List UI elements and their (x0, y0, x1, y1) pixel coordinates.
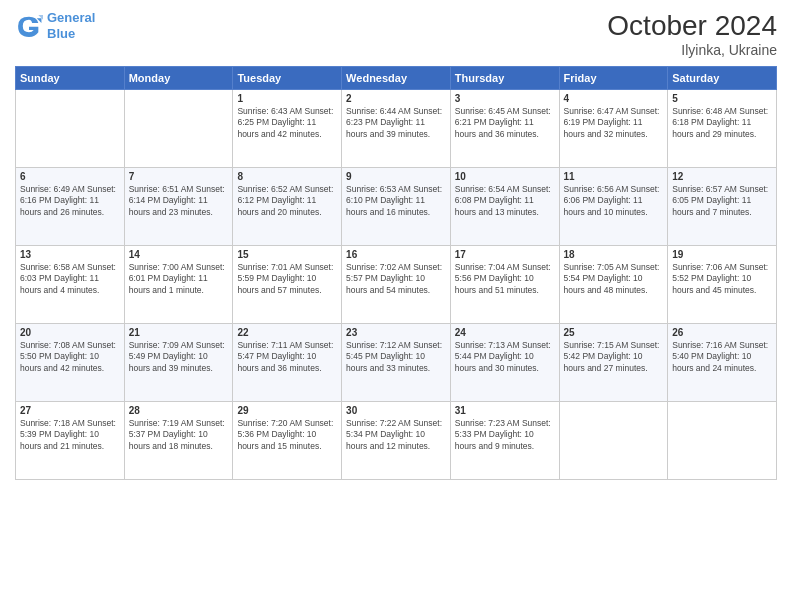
col-thursday: Thursday (450, 67, 559, 90)
logo-icon (15, 12, 43, 40)
table-row: 26Sunrise: 7:16 AM Sunset: 5:40 PM Dayli… (668, 324, 777, 402)
table-row: 14Sunrise: 7:00 AM Sunset: 6:01 PM Dayli… (124, 246, 233, 324)
table-row: 20Sunrise: 7:08 AM Sunset: 5:50 PM Dayli… (16, 324, 125, 402)
day-info: Sunrise: 6:53 AM Sunset: 6:10 PM Dayligh… (346, 184, 446, 218)
table-row: 4Sunrise: 6:47 AM Sunset: 6:19 PM Daylig… (559, 90, 668, 168)
day-info: Sunrise: 7:12 AM Sunset: 5:45 PM Dayligh… (346, 340, 446, 374)
day-number: 24 (455, 327, 555, 338)
day-info: Sunrise: 6:51 AM Sunset: 6:14 PM Dayligh… (129, 184, 229, 218)
table-row: 28Sunrise: 7:19 AM Sunset: 5:37 PM Dayli… (124, 402, 233, 480)
table-row: 21Sunrise: 7:09 AM Sunset: 5:49 PM Dayli… (124, 324, 233, 402)
day-number: 6 (20, 171, 120, 182)
day-number: 27 (20, 405, 120, 416)
day-number: 8 (237, 171, 337, 182)
table-row (16, 90, 125, 168)
table-row: 30Sunrise: 7:22 AM Sunset: 5:34 PM Dayli… (342, 402, 451, 480)
table-row: 6Sunrise: 6:49 AM Sunset: 6:16 PM Daylig… (16, 168, 125, 246)
col-monday: Monday (124, 67, 233, 90)
day-number: 2 (346, 93, 446, 104)
day-number: 31 (455, 405, 555, 416)
table-row: 22Sunrise: 7:11 AM Sunset: 5:47 PM Dayli… (233, 324, 342, 402)
day-number: 14 (129, 249, 229, 260)
table-row: 31Sunrise: 7:23 AM Sunset: 5:33 PM Dayli… (450, 402, 559, 480)
day-info: Sunrise: 7:18 AM Sunset: 5:39 PM Dayligh… (20, 418, 120, 452)
day-number: 26 (672, 327, 772, 338)
day-number: 11 (564, 171, 664, 182)
day-number: 25 (564, 327, 664, 338)
day-info: Sunrise: 7:16 AM Sunset: 5:40 PM Dayligh… (672, 340, 772, 374)
col-sunday: Sunday (16, 67, 125, 90)
table-row: 19Sunrise: 7:06 AM Sunset: 5:52 PM Dayli… (668, 246, 777, 324)
table-row: 29Sunrise: 7:20 AM Sunset: 5:36 PM Dayli… (233, 402, 342, 480)
month-title: October 2024 (607, 10, 777, 42)
day-info: Sunrise: 6:47 AM Sunset: 6:19 PM Dayligh… (564, 106, 664, 140)
day-number: 4 (564, 93, 664, 104)
table-row (668, 402, 777, 480)
logo-text: General Blue (47, 10, 95, 41)
day-info: Sunrise: 7:13 AM Sunset: 5:44 PM Dayligh… (455, 340, 555, 374)
day-info: Sunrise: 6:44 AM Sunset: 6:23 PM Dayligh… (346, 106, 446, 140)
header: General Blue October 2024 Ilyinka, Ukrai… (15, 10, 777, 58)
table-row: 10Sunrise: 6:54 AM Sunset: 6:08 PM Dayli… (450, 168, 559, 246)
col-tuesday: Tuesday (233, 67, 342, 90)
day-number: 10 (455, 171, 555, 182)
day-info: Sunrise: 7:15 AM Sunset: 5:42 PM Dayligh… (564, 340, 664, 374)
day-number: 29 (237, 405, 337, 416)
location: Ilyinka, Ukraine (607, 42, 777, 58)
day-number: 16 (346, 249, 446, 260)
day-number: 18 (564, 249, 664, 260)
day-number: 1 (237, 93, 337, 104)
logo-line1: General (47, 10, 95, 25)
day-number: 12 (672, 171, 772, 182)
week-row-2: 6Sunrise: 6:49 AM Sunset: 6:16 PM Daylig… (16, 168, 777, 246)
day-info: Sunrise: 7:01 AM Sunset: 5:59 PM Dayligh… (237, 262, 337, 296)
day-info: Sunrise: 7:05 AM Sunset: 5:54 PM Dayligh… (564, 262, 664, 296)
table-row: 12Sunrise: 6:57 AM Sunset: 6:05 PM Dayli… (668, 168, 777, 246)
day-info: Sunrise: 6:52 AM Sunset: 6:12 PM Dayligh… (237, 184, 337, 218)
day-info: Sunrise: 6:45 AM Sunset: 6:21 PM Dayligh… (455, 106, 555, 140)
day-number: 9 (346, 171, 446, 182)
day-number: 5 (672, 93, 772, 104)
header-row: Sunday Monday Tuesday Wednesday Thursday… (16, 67, 777, 90)
day-info: Sunrise: 6:54 AM Sunset: 6:08 PM Dayligh… (455, 184, 555, 218)
week-row-1: 1Sunrise: 6:43 AM Sunset: 6:25 PM Daylig… (16, 90, 777, 168)
week-row-5: 27Sunrise: 7:18 AM Sunset: 5:39 PM Dayli… (16, 402, 777, 480)
table-row: 18Sunrise: 7:05 AM Sunset: 5:54 PM Dayli… (559, 246, 668, 324)
day-number: 7 (129, 171, 229, 182)
day-number: 19 (672, 249, 772, 260)
day-number: 13 (20, 249, 120, 260)
day-info: Sunrise: 7:23 AM Sunset: 5:33 PM Dayligh… (455, 418, 555, 452)
week-row-4: 20Sunrise: 7:08 AM Sunset: 5:50 PM Dayli… (16, 324, 777, 402)
table-row (124, 90, 233, 168)
col-wednesday: Wednesday (342, 67, 451, 90)
table-row: 2Sunrise: 6:44 AM Sunset: 6:23 PM Daylig… (342, 90, 451, 168)
table-row: 1Sunrise: 6:43 AM Sunset: 6:25 PM Daylig… (233, 90, 342, 168)
day-info: Sunrise: 6:43 AM Sunset: 6:25 PM Dayligh… (237, 106, 337, 140)
day-info: Sunrise: 6:49 AM Sunset: 6:16 PM Dayligh… (20, 184, 120, 218)
table-row: 15Sunrise: 7:01 AM Sunset: 5:59 PM Dayli… (233, 246, 342, 324)
table-row: 23Sunrise: 7:12 AM Sunset: 5:45 PM Dayli… (342, 324, 451, 402)
day-number: 28 (129, 405, 229, 416)
col-friday: Friday (559, 67, 668, 90)
day-info: Sunrise: 7:22 AM Sunset: 5:34 PM Dayligh… (346, 418, 446, 452)
day-number: 20 (20, 327, 120, 338)
page: General Blue October 2024 Ilyinka, Ukrai… (0, 0, 792, 612)
day-info: Sunrise: 7:04 AM Sunset: 5:56 PM Dayligh… (455, 262, 555, 296)
table-row: 16Sunrise: 7:02 AM Sunset: 5:57 PM Dayli… (342, 246, 451, 324)
table-row: 8Sunrise: 6:52 AM Sunset: 6:12 PM Daylig… (233, 168, 342, 246)
day-number: 21 (129, 327, 229, 338)
table-row: 24Sunrise: 7:13 AM Sunset: 5:44 PM Dayli… (450, 324, 559, 402)
logo: General Blue (15, 10, 95, 41)
calendar-table: Sunday Monday Tuesday Wednesday Thursday… (15, 66, 777, 480)
day-info: Sunrise: 7:00 AM Sunset: 6:01 PM Dayligh… (129, 262, 229, 296)
day-number: 23 (346, 327, 446, 338)
day-info: Sunrise: 6:48 AM Sunset: 6:18 PM Dayligh… (672, 106, 772, 140)
day-info: Sunrise: 7:08 AM Sunset: 5:50 PM Dayligh… (20, 340, 120, 374)
day-info: Sunrise: 6:56 AM Sunset: 6:06 PM Dayligh… (564, 184, 664, 218)
col-saturday: Saturday (668, 67, 777, 90)
table-row: 17Sunrise: 7:04 AM Sunset: 5:56 PM Dayli… (450, 246, 559, 324)
table-row: 7Sunrise: 6:51 AM Sunset: 6:14 PM Daylig… (124, 168, 233, 246)
table-row: 9Sunrise: 6:53 AM Sunset: 6:10 PM Daylig… (342, 168, 451, 246)
title-block: October 2024 Ilyinka, Ukraine (607, 10, 777, 58)
day-info: Sunrise: 7:06 AM Sunset: 5:52 PM Dayligh… (672, 262, 772, 296)
